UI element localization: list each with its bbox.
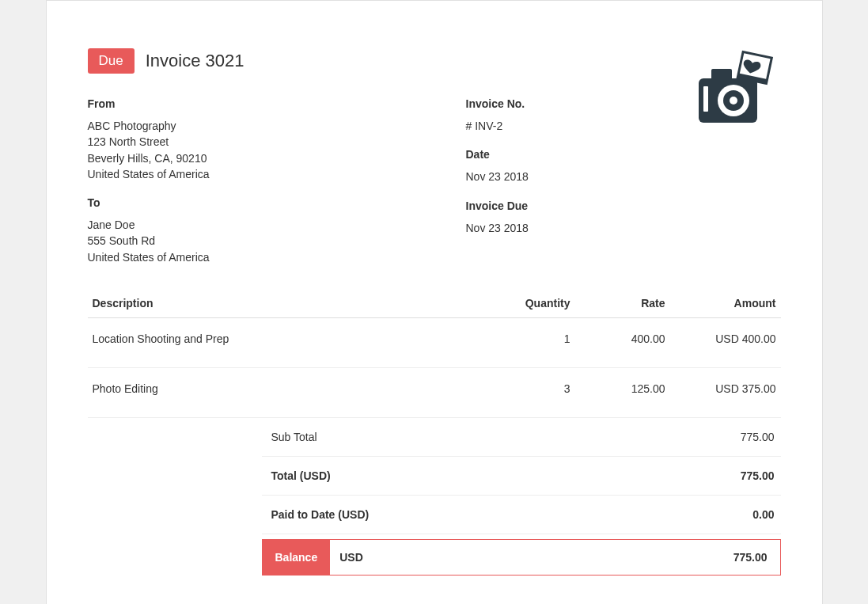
item-amount: USD 400.00 (670, 318, 781, 368)
from-line3: United States of America (88, 166, 403, 182)
col-amount: Amount (670, 289, 781, 318)
to-line1: 555 South Rd (88, 233, 403, 249)
due-label: Invoice Due (466, 199, 781, 212)
item-quantity: 1 (496, 318, 575, 368)
from-to-column: From ABC Photography 123 North Street Be… (88, 97, 403, 265)
item-quantity: 3 (496, 368, 575, 418)
totals-section: Sub Total 775.00 Total (USD) 775.00 Paid… (262, 418, 781, 576)
subtotal-label: Sub Total (271, 431, 317, 443)
item-rate: 400.00 (575, 318, 670, 368)
total-value: 775.00 (741, 469, 775, 482)
table-row: Photo Editing 3 125.00 USD 375.00 (88, 368, 781, 418)
to-line2: United States of America (88, 249, 403, 265)
due-value: Nov 23 2018 (466, 220, 781, 236)
balance-label: Balance (263, 540, 331, 575)
from-label: From (88, 97, 403, 110)
status-badge: Due (88, 48, 135, 74)
paid-label: Paid to Date (USD) (271, 508, 370, 521)
total-label: Total (USD) (271, 469, 331, 482)
from-line2: Beverly Hills, CA, 90210 (88, 150, 403, 166)
date-value: Nov 23 2018 (466, 169, 781, 184)
date-label: Date (466, 148, 781, 161)
balance-value: 775.00 (733, 551, 768, 564)
invoice-title: Invoice 3021 (146, 51, 244, 71)
line-items-table: Description Quantity Rate Amount Locatio… (88, 289, 781, 418)
svg-rect-3 (711, 69, 732, 80)
svg-point-6 (730, 97, 737, 104)
subtotal-row: Sub Total 775.00 (262, 418, 781, 457)
item-description: Location Shooting and Prep (88, 318, 496, 368)
item-rate: 125.00 (575, 368, 670, 418)
col-description: Description (88, 289, 496, 318)
paid-row: Paid to Date (USD) 0.00 (262, 496, 781, 534)
invoice-document: Due Invoice 3021 From ABC Photography 12… (46, 0, 823, 604)
balance-row: Balance USD 775.00 (262, 539, 781, 576)
item-description: Photo Editing (88, 368, 496, 418)
balance-currency: USD (339, 551, 363, 564)
to-name: Jane Doe (88, 217, 403, 233)
paid-value: 0.00 (752, 508, 774, 521)
svg-rect-7 (703, 86, 708, 112)
subtotal-value: 775.00 (741, 431, 775, 443)
col-rate: Rate (575, 289, 670, 318)
total-row: Total (USD) 775.00 (262, 457, 781, 496)
table-row: Location Shooting and Prep 1 400.00 USD … (88, 318, 781, 368)
from-name: ABC Photography (88, 118, 403, 134)
logo-camera-icon (696, 48, 775, 127)
from-line1: 123 North Street (88, 134, 403, 150)
to-label: To (88, 196, 403, 209)
col-quantity: Quantity (496, 289, 575, 318)
item-amount: USD 375.00 (670, 368, 781, 418)
